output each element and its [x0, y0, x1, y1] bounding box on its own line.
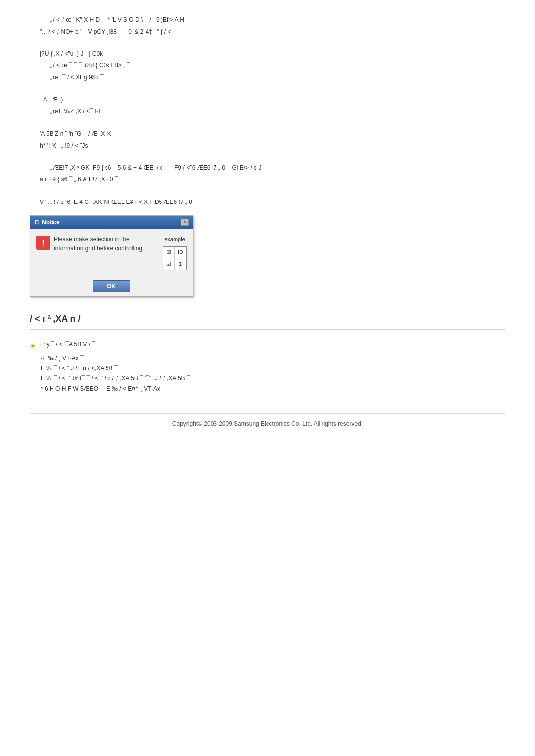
text-line-12: V "... ! / c ¨6 ·E 4 C¨ ,XK¨NI ŒEL E¥+ <… [30, 197, 505, 208]
note-sub-2: E ‰ ¯ / < ",J /E n / <,XA 5B ¯ [30, 363, 505, 373]
text-line-7: „ œE ‰Z ,X / <¯ ☑ [30, 106, 505, 117]
notice-titlebar: 🗒 Notice × [30, 216, 193, 229]
note-sub-4: * 6 H O H F W $ÆEO ¯¯E ‰ / < E¤† ¸ VT·Ax… [30, 384, 505, 394]
text-line-10: „ ÆE!7 ,X ª GK¯F9 { s6 ¯ 5 6 & + 4 ŒE ,/… [30, 163, 505, 174]
note-text-1: E†y ¯ / < '¯A 5B V / ¯ [39, 340, 95, 351]
text-line-9: h* '! 'K¯ „ !9 / < ¨Js ¯ [30, 141, 505, 151]
note-item-1: ★ E†y ¯ / < '¯A 5B V / ¯ [30, 340, 505, 351]
notice-message-text: Please make selection in the information… [54, 235, 144, 252]
notice-title-text: Notice [42, 217, 60, 227]
notice-example-row-2: ☑ 1 [163, 258, 186, 270]
modal-area: 🗒 Notice × ! Please make selection in th… [30, 215, 505, 296]
copyright-text: Copyright© 2003-2009 Samsung Electronics… [30, 413, 505, 434]
text-line-11: a ı' F9 { s6 ¯ „ 6 ÆE!7 ,X ı 0 ¯ [30, 174, 505, 185]
star-icon: ★ [30, 340, 36, 351]
notice-example-row-1: ☑ ID [163, 247, 186, 258]
top-text-block: „ / < ,' œ ' K";X H D ¯¯* 'L V S O D \ ¯… [30, 15, 505, 207]
text-line-3: |?U { ,X / <"u .) J ¯{ C0k ¯ [30, 49, 505, 60]
notice-cell-check-2: ☑ [163, 258, 175, 270]
main-content: „ / < ,' œ ' K";X H D ¯¯* 'L V S O D \ ¯… [20, 10, 515, 439]
notice-dialog: 🗒 Notice × ! Please make selection in th… [30, 215, 193, 296]
note-sub-3: E ‰ ¯ / < ,' J#¨t¯ ¯ / < ,' / c / ,' ,XA… [30, 373, 505, 383]
notice-left-section: ! Please make selection in the informati… [36, 235, 158, 270]
note-sub-1: ·E ‰ / ¸ VT·Ax ¯ [30, 353, 505, 363]
text-line-1: „ / < ,' œ ' K";X H D ¯¯* 'L V S O D \ ¯… [30, 15, 505, 26]
notice-example-label: example [164, 235, 185, 244]
text-line-4: „ / < œ ¯ ¯ ¯ +$d { C0k Efl> „ ¯ [30, 60, 505, 71]
notice-cell-check-1: ☑ [163, 247, 175, 258]
notice-info-icon: ! [36, 236, 50, 250]
section-heading: / < ı ª ,XA n / [30, 311, 505, 330]
text-line-6: ¯A– Æ .) ¯ [30, 95, 505, 105]
notice-close-button[interactable]: × [181, 219, 189, 226]
notes-section: ★ E†y ¯ / < '¯A 5B V / ¯ ·E ‰ / ¸ VT·Ax … [30, 340, 505, 394]
notice-cell-id-value: 1 [175, 258, 186, 270]
ok-button[interactable]: OK [93, 280, 130, 292]
text-line-5: „ œ ¨¯ / <,XEg 9$d ¯ [30, 72, 505, 83]
notice-body: ! Please make selection in the informati… [30, 229, 193, 276]
notice-right-section: example ☑ ID ☑ 1 [163, 235, 187, 270]
notice-title-icon: 🗒 [34, 218, 40, 227]
notice-example-grid: ☑ ID ☑ 1 [163, 246, 187, 270]
notice-footer: OK [30, 276, 193, 296]
text-line-2: "... / < ,' NO+ b ' ¯ V pCY ¸!88 ¯ ¯ 0 '… [30, 27, 505, 38]
notice-cell-id-header: ID [175, 247, 186, 258]
text-line-8: 'A 5B Z n ¨ 'n ¨G ¯ / Æ ,X 'K¯ ¯ [30, 129, 505, 140]
